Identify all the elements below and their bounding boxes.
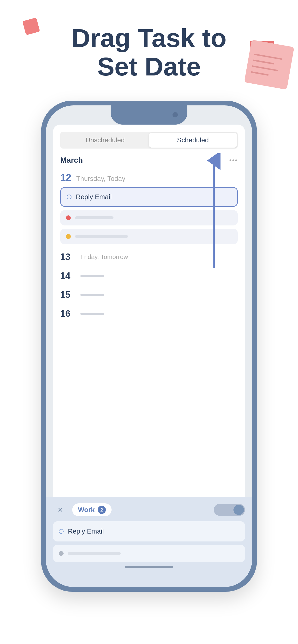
tomorrow-label: Friday, Tomorrow: [80, 253, 128, 261]
day-14-placeholder: [80, 275, 104, 277]
tray-task-dot-grey: [59, 551, 64, 556]
category-count: 2: [98, 506, 106, 514]
day-14-number: 14: [60, 271, 75, 281]
day-16-number: 16: [60, 308, 75, 319]
tray-task-dot-blue: [59, 529, 64, 534]
more-options-icon[interactable]: •••: [229, 156, 238, 164]
category-label: Work: [78, 506, 95, 514]
category-badge[interactable]: Work 2: [72, 503, 112, 516]
day-15-number: 15: [60, 290, 75, 300]
tray-task-reply-email[interactable]: Reply Email: [53, 521, 245, 542]
day-15-section: 15: [53, 285, 245, 304]
heading-line1: Drag Task to: [72, 24, 226, 52]
tray-top-row: × Work 2: [53, 503, 245, 517]
page-heading: Drag Task to Set Date: [0, 24, 298, 81]
phone-notch: [111, 106, 187, 124]
tray-task-text: Reply Email: [68, 528, 104, 535]
month-title: March: [60, 156, 83, 164]
task-dot-yellow: [66, 234, 71, 239]
segment-scheduled[interactable]: Scheduled: [149, 133, 237, 148]
today-number: 12: [60, 172, 72, 183]
home-indicator: [125, 566, 173, 568]
segment-control[interactable]: Unscheduled Scheduled: [60, 132, 238, 148]
day-16-section: 16: [53, 304, 245, 323]
today-label: Thursday, Today: [76, 175, 125, 182]
tomorrow-number: 13: [60, 252, 75, 262]
close-button[interactable]: ×: [53, 503, 67, 517]
day-15-placeholder: [80, 294, 104, 296]
toggle-thumb: [233, 505, 244, 515]
task-dot-blue: [67, 194, 72, 199]
tray-placeholder-line: [68, 552, 121, 555]
task-text-reply-email: Reply Email: [76, 193, 112, 201]
camera-icon: [173, 112, 178, 118]
tray-task-placeholder[interactable]: [53, 545, 245, 562]
day-16-placeholder: [80, 313, 104, 315]
placeholder-line-1: [75, 216, 113, 219]
phone-mockup: Unscheduled Scheduled March ••• 12 Thurs…: [41, 100, 257, 604]
drag-arrow: [207, 153, 221, 273]
toggle-switch[interactable]: [214, 504, 245, 516]
placeholder-line-2: [75, 235, 128, 238]
heading-line2: Set Date: [97, 52, 201, 81]
bottom-tray: × Work 2 Reply Email: [46, 497, 252, 587]
task-dot-red: [66, 216, 71, 220]
segment-unscheduled[interactable]: Unscheduled: [61, 133, 149, 148]
